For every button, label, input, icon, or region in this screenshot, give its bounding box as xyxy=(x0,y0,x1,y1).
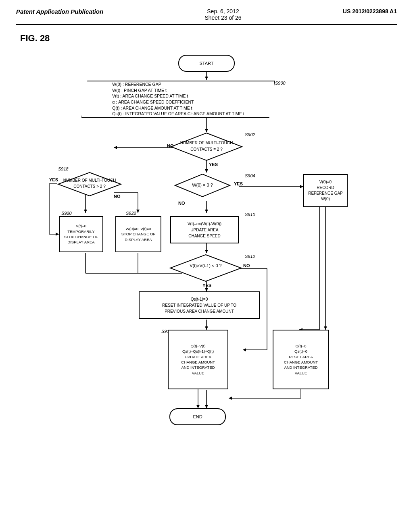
s900-label: S900 xyxy=(275,81,286,85)
s918-label: S918 xyxy=(58,166,69,171)
svg-text:CONTACTS = 2 ?: CONTACTS = 2 ? xyxy=(190,147,223,152)
svg-marker-9 xyxy=(300,185,303,188)
s916-node: Q(t)=V(t)Qs(t)=Qs(t-1)+Q(t)UPDATE AREACH… xyxy=(168,330,228,389)
svg-marker-25 xyxy=(84,210,87,213)
svg-marker-53 xyxy=(196,405,200,408)
date: Sep. 6, 2012 xyxy=(204,8,241,15)
publication-title: Patent Application Publication xyxy=(16,8,103,15)
s902-yes-label: YES xyxy=(209,162,218,167)
s922-label: S922 xyxy=(126,211,136,216)
svg-marker-37 xyxy=(171,133,242,160)
s906-node: V(0)=0RECORDREFERENCE GAPW(0) xyxy=(303,174,348,207)
figure-label: FIG. 28 xyxy=(20,33,397,44)
s908-node: Q(t)=0Qs(t)=0RESET AREACHANGE AMOUNTAND … xyxy=(273,330,329,389)
svg-marker-21 xyxy=(205,326,208,330)
svg-marker-15 xyxy=(205,288,208,291)
svg-marker-7 xyxy=(114,146,117,149)
svg-marker-5 xyxy=(205,169,208,172)
s912-yes-label: YES xyxy=(202,283,211,288)
svg-marker-23 xyxy=(205,405,208,408)
s904-yes-label: YES xyxy=(234,181,243,186)
page-header: Patent Application Publication Sep. 6, 2… xyxy=(16,8,397,25)
s918-diamond: NUMBER OF MULTI-TOUCH CONTACTS > 2 ? xyxy=(57,172,122,197)
s918-yes-label: YES xyxy=(49,177,58,182)
s918-no-label: NO xyxy=(114,194,121,199)
svg-marker-13 xyxy=(205,250,208,253)
s920-node: V(t)=0TEMPORARILYSTOP CHANGE OFDISPLAY A… xyxy=(59,216,103,252)
s920-label: S920 xyxy=(61,211,72,216)
s902-no-label: NO xyxy=(167,143,174,148)
flowchart-diagram: START S900 W(0) : REFERENCE GAP W(t) : P… xyxy=(25,48,388,515)
svg-marker-11 xyxy=(205,210,208,213)
svg-marker-19 xyxy=(243,348,246,351)
s912-diamond: V(t)×V(t-1) < 0 ? xyxy=(169,254,242,282)
s910-node: V(t)=α×(W(t)-W(0))UPDATE AREACHANGE SPEE… xyxy=(170,216,239,243)
s902-label: S902 xyxy=(245,132,255,137)
svg-marker-45 xyxy=(170,255,241,281)
s902-diamond: NUMBER OF MULTI-TOUCH CONTACTS = 2 ? xyxy=(170,132,243,161)
s912-no-label: NO xyxy=(243,263,250,268)
s914-node: Qs(t-1)=0RESET INTEGRATED VALUE OF UP TO… xyxy=(139,291,260,319)
svg-marker-48 xyxy=(324,326,327,330)
svg-marker-51 xyxy=(229,397,232,400)
start-node: START xyxy=(178,55,235,72)
svg-text:W(0) = 0 ?: W(0) = 0 ? xyxy=(192,183,213,187)
s904-no-label: NO xyxy=(178,201,185,206)
svg-marker-28 xyxy=(136,210,140,213)
s904-diamond: W(0) = 0 ? xyxy=(174,173,231,197)
s900-node: W(0) : REFERENCE GAP W(t) : PINCH GAP AT… xyxy=(81,81,275,118)
s904-label: S904 xyxy=(245,173,255,178)
patent-number: US 2012/0223898 A1 xyxy=(343,8,397,15)
svg-text:NUMBER OF MULTI-TOUCH: NUMBER OF MULTI-TOUCH xyxy=(63,178,116,183)
s910-label: S910 xyxy=(245,212,255,217)
s922-node: W(0)=0, V(t)=0STOP CHANGE OFDISPLAY AREA xyxy=(115,216,161,252)
svg-marker-57 xyxy=(56,233,59,236)
page: Patent Application Publication Sep. 6, 2… xyxy=(0,0,413,532)
s900-text: W(0) : REFERENCE GAP W(t) : PINCH GAP AT… xyxy=(106,80,250,118)
svg-marker-3 xyxy=(205,129,208,132)
header-center: Sep. 6, 2012 Sheet 23 of 26 xyxy=(204,8,241,21)
sheet-info: Sheet 23 of 26 xyxy=(204,15,241,21)
svg-text:CONTACTS > 2 ?: CONTACTS > 2 ? xyxy=(73,184,106,189)
s912-label: S912 xyxy=(245,254,255,259)
end-node: END xyxy=(169,408,226,425)
svg-text:NUMBER OF MULTI-TOUCH: NUMBER OF MULTI-TOUCH xyxy=(180,141,233,145)
svg-text:V(t)×V(t-1) < 0 ?: V(t)×V(t-1) < 0 ? xyxy=(190,263,221,268)
svg-marker-1 xyxy=(205,77,208,80)
